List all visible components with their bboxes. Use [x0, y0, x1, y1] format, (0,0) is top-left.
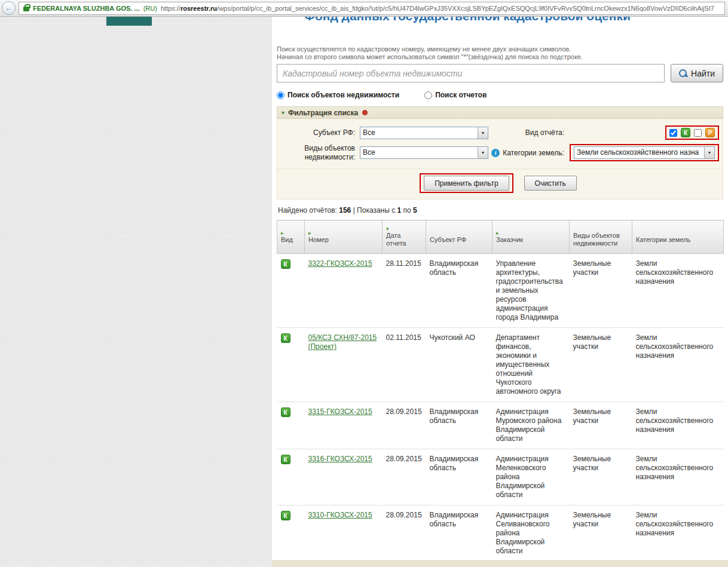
highlight-report-type: К Р [665, 125, 719, 140]
report-type-label: Вид отчёта: [525, 128, 568, 137]
filter-buttons-row: Применить фильтр Очистить [277, 168, 719, 199]
radio-search-reports[interactable]: Поиск отчетов [424, 91, 487, 99]
collapse-triangle-icon: ▾ [282, 110, 285, 116]
radio-objects-input[interactable] [277, 91, 285, 99]
found-label: Найдено отчётов: [278, 206, 339, 214]
filter-section-header[interactable]: ▾ Фильтрация списка [277, 106, 723, 119]
land-category-label-wrap: i Категории земель: [491, 149, 568, 157]
url-scheme: https:// [161, 5, 181, 12]
land-category-label: Категории земель: [503, 149, 564, 157]
sort-arrow-icon [636, 231, 720, 236]
subject-label: Субъект РФ: [277, 128, 360, 137]
col-header-type-label: Вид [281, 236, 293, 243]
report-type-badge: К [281, 511, 290, 520]
report-customer: Администрация Меленковского района Влади… [493, 449, 570, 505]
filter-row-subject: Субъект РФ: Все ▼ Вид отчёта: К Р [277, 125, 719, 140]
dropdown-arrow-icon: ▼ [704, 147, 714, 158]
cadastral-number-input[interactable] [277, 64, 665, 82]
report-customer: Администрация Муромского района Владимир… [493, 402, 570, 449]
col-header-number[interactable]: ▸Номер [305, 220, 383, 254]
filter-section-title: Фильтрация списка [288, 109, 358, 117]
sort-arrow-icon [430, 231, 488, 236]
object-types-label: Виды объектов недвижимости: [277, 144, 360, 161]
clear-filter-button[interactable]: Очистить [524, 176, 577, 191]
radio-reports-input[interactable] [424, 91, 432, 99]
report-object-types: Земельные участки [570, 328, 632, 402]
report-link[interactable]: 3315-ГКОЗСХ-2015 [308, 407, 372, 416]
report-date: 02.11.2015 [383, 328, 426, 402]
footer-strip [272, 560, 728, 567]
address-bar[interactable]: FEDERALNAYA SLUZHBA GOS. ... (RU) https:… [19, 2, 725, 15]
back-icon: ← [5, 4, 13, 13]
object-types-select[interactable]: Все ▼ [360, 146, 488, 159]
subject-select[interactable]: Все ▼ [360, 127, 488, 139]
page-background [0, 17, 272, 567]
report-date: 28.09.2015 [383, 402, 426, 449]
back-button[interactable]: ← [2, 1, 16, 15]
report-object-types: Земельные участки [570, 505, 632, 562]
col-header-subject-label: Субъект РФ [430, 236, 466, 243]
report-link[interactable]: 3310-ГКОЗСХ-2015 [308, 511, 372, 519]
col-header-subject[interactable]: Субъект РФ [426, 220, 493, 254]
report-type-k-checkbox[interactable] [669, 129, 677, 137]
filter-panel: Субъект РФ: Все ▼ Вид отчёта: К Р Виды о… [277, 119, 723, 200]
table-row: К 05/КСЗ СХН/87-2015 (Проект) 02.11.2015… [277, 328, 724, 402]
radio-reports-label: Поиск отчетов [435, 91, 487, 99]
report-object-types: Земельные участки [570, 254, 632, 328]
radio-search-objects[interactable]: Поиск объектов недвижимости [277, 91, 399, 99]
table-row: К 3310-ГКОЗСХ-2015 28.09.2015 Владимирск… [277, 505, 724, 562]
reports-table: ▸Вид ▸Номер ▾Дата отчета Субъект РФ ▸Зак… [277, 220, 724, 562]
subject-select-value: Все [360, 127, 478, 139]
land-category-select[interactable]: Земли сельскохозяйственного назна ▼ [574, 146, 715, 159]
report-date: 28.09.2015 [383, 449, 426, 505]
sort-arrow-icon: ▸ [308, 231, 378, 236]
search-hint: Поиск осуществляется по кадастровому ном… [277, 45, 723, 61]
table-row: К 3322-ГКОЗСХ-2015 28.11.2015 Владимирск… [277, 254, 724, 328]
apply-filter-button[interactable]: Применить фильтр [424, 176, 509, 191]
col-header-land-category[interactable]: Категории земель [632, 220, 724, 254]
land-category-controls: Земли сельскохозяйственного назна ▼ [568, 144, 719, 161]
highlight-land-category: Земли сельскохозяйственного назна ▼ [570, 144, 719, 161]
k-badge: К [681, 128, 690, 137]
col-header-customer-label: Заказчик [496, 236, 523, 243]
report-subject: Чукотский АО [426, 328, 493, 402]
shown-to: 5 [413, 206, 417, 214]
report-type-p-checkbox[interactable] [694, 129, 702, 137]
info-icon[interactable]: i [491, 149, 500, 157]
report-subject: Владимирская область [426, 254, 493, 328]
col-header-land-category-label: Категории земель [636, 236, 690, 243]
search-icon [679, 69, 687, 78]
col-header-object-types[interactable]: Виды объектов недвижимости [570, 220, 632, 254]
report-land-category: Земли сельскохозяйственного назначения [632, 328, 724, 402]
search-mode-radios: Поиск объектов недвижимости Поиск отчето… [277, 91, 723, 99]
col-header-object-types-label: Виды объектов недвижимости [573, 232, 620, 247]
shown-label: | Показаны с [351, 206, 397, 214]
results-summary: Найдено отчётов: 156 | Показаны с 1 по 5 [277, 206, 723, 214]
table-row: К 3316-ГКОЗСХ-2015 28.09.2015 Владимирск… [277, 449, 724, 505]
report-link[interactable]: 05/КСЗ СХН/87-2015 (Проект) [308, 333, 377, 351]
search-hint-line2: Начиная со второго символа может использ… [277, 53, 723, 61]
report-object-types: Земельные участки [570, 402, 632, 449]
report-link[interactable]: 3322-ГКОЗСХ-2015 [308, 259, 372, 268]
report-link[interactable]: 3316-ГКОЗСХ-2015 [308, 455, 372, 463]
col-header-type[interactable]: ▸Вид [277, 220, 305, 254]
col-header-date[interactable]: ▾Дата отчета [383, 220, 426, 254]
report-date: 28.09.2015 [383, 505, 426, 562]
found-count: 156 [339, 206, 351, 214]
highlight-apply-filter: Применить фильтр [420, 173, 513, 193]
dropdown-arrow-icon: ▼ [478, 147, 488, 158]
p-badge: Р [705, 128, 715, 137]
land-category-select-value: Земли сельскохозяйственного назна [574, 147, 704, 158]
report-land-category: Земли сельскохозяйственного назначения [632, 449, 724, 505]
page-title: Фонд данных государственной кадастровой … [304, 17, 631, 23]
page-title-clip: Фонд данных государственной кадастровой … [277, 17, 723, 25]
col-header-customer[interactable]: ▸Заказчик [493, 220, 570, 254]
report-type-badge: К [281, 455, 290, 464]
lock-icon [23, 7, 29, 11]
report-customer: Администрация Селивановского района Влад… [493, 505, 570, 562]
menu-bar-fragment [106, 17, 152, 26]
sort-arrow-icon [573, 226, 628, 232]
report-type-badge: К [281, 259, 290, 269]
find-button[interactable]: Найти [671, 64, 723, 82]
url-path: /wps/portal/p/cc_ib_portal_services/cc_i… [217, 5, 714, 12]
